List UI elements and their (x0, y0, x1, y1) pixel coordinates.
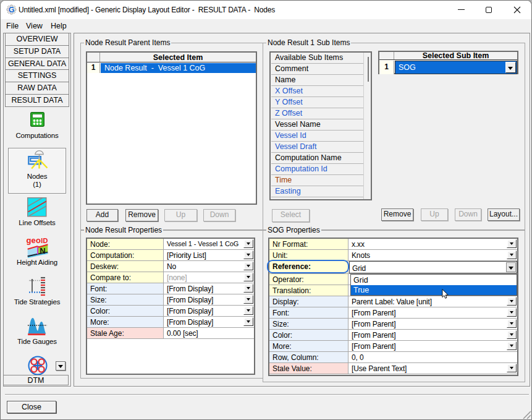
svg-text:N: N (40, 246, 45, 255)
svg-text:G: G (9, 6, 15, 14)
